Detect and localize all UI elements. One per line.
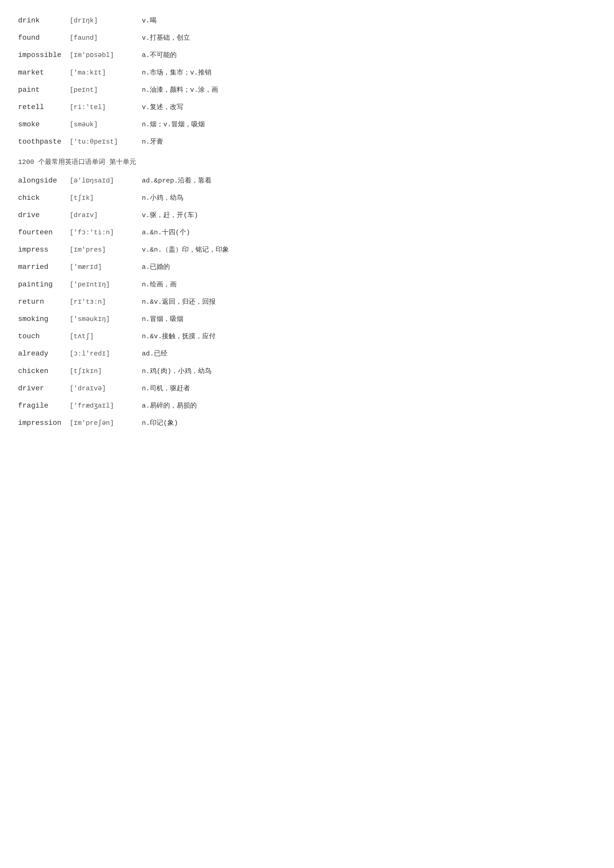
phonetic-label: [ɪm'pɒsəbl] bbox=[70, 51, 142, 60]
section-2: alongside[ə'lɒŋsaɪd]ad.&prep.沿着，靠着chick[… bbox=[18, 175, 596, 428]
table-row: chick[tʃɪk]n.小鸡，幼鸟 bbox=[18, 193, 596, 203]
definition-label: n.印记(象) bbox=[142, 418, 178, 428]
table-row: chicken[tʃɪkɪn]n.鸡(肉)，小鸡，幼鸟 bbox=[18, 366, 596, 376]
table-row: paint[peɪnt]n.油漆，颜料；v.涂，画 bbox=[18, 85, 596, 95]
word-label: painting bbox=[18, 279, 70, 290]
table-row: alongside[ə'lɒŋsaɪd]ad.&prep.沿着，靠着 bbox=[18, 175, 596, 186]
phonetic-label: ['mærɪd] bbox=[70, 262, 142, 272]
phonetic-label: [ɔːl'redɪ] bbox=[70, 349, 142, 358]
table-row: driver['draɪvə]n.司机，驱赶者 bbox=[18, 383, 596, 394]
definition-label: n.绘画，画 bbox=[142, 280, 177, 289]
phonetic-label: ['maːkɪt] bbox=[70, 68, 142, 78]
phonetic-label: [drɪŋk] bbox=[70, 16, 142, 25]
word-label: chick bbox=[18, 193, 70, 203]
table-row: fragile['frædʒaɪl]a.易碎的，易损的 bbox=[18, 401, 596, 411]
word-label: already bbox=[18, 349, 70, 359]
definition-label: ad.&prep.沿着，靠着 bbox=[142, 176, 211, 185]
phonetic-label: [tʌtʃ] bbox=[70, 332, 142, 341]
phonetic-label: ['tuːθpeɪst] bbox=[70, 137, 142, 146]
definition-label: n.牙膏 bbox=[142, 137, 163, 146]
section-divider-title: 1200 个最常用英语口语单词 第十单元 bbox=[18, 157, 596, 166]
word-label: retell bbox=[18, 102, 70, 112]
definition-label: a.不可能的 bbox=[142, 51, 177, 60]
definition-label: n.烟；v.冒烟，吸烟 bbox=[142, 120, 205, 129]
phonetic-label: ['draɪvə] bbox=[70, 384, 142, 393]
definition-label: ad.已经 bbox=[142, 349, 167, 358]
table-row: painting['peɪntɪŋ]n.绘画，画 bbox=[18, 279, 596, 290]
definition-label: n.&v.返回，归还，回报 bbox=[142, 297, 216, 307]
definition-label: a.易碎的，易损的 bbox=[142, 401, 197, 411]
table-row: drive[draɪv]v.驱，赶，开(车) bbox=[18, 210, 596, 220]
phonetic-label: [tʃɪk] bbox=[70, 193, 142, 203]
definition-label: n.小鸡，幼鸟 bbox=[142, 193, 183, 203]
phonetic-label: [riː'tel] bbox=[70, 102, 142, 112]
table-row: impression[ɪm'preʃən]n.印记(象) bbox=[18, 418, 596, 428]
word-label: alongside bbox=[18, 175, 70, 186]
table-row: impress[ɪm'pres]v.&n.（盖）印，铭记，印象 bbox=[18, 245, 596, 255]
word-label: paint bbox=[18, 85, 70, 95]
table-row: fourteen['fɔː'tiːn]a.&n.十四(个) bbox=[18, 227, 596, 237]
table-row: toothpaste['tuːθpeɪst]n.牙膏 bbox=[18, 136, 596, 147]
word-label: drive bbox=[18, 210, 70, 220]
phonetic-label: [faund] bbox=[70, 33, 142, 43]
definition-label: n.司机，驱赶者 bbox=[142, 384, 190, 393]
word-label: driver bbox=[18, 383, 70, 394]
definition-label: v.喝 bbox=[142, 16, 157, 25]
definition-label: v.打基础，创立 bbox=[142, 33, 190, 43]
phonetic-label: ['frædʒaɪl] bbox=[70, 401, 142, 411]
table-row: smoke[sməuk]n.烟；v.冒烟，吸烟 bbox=[18, 119, 596, 129]
table-row: smoking['sməukɪŋ]n.冒烟，吸烟 bbox=[18, 314, 596, 324]
section-1: drink[drɪŋk]v.喝found[faund]v.打基础，创立impos… bbox=[18, 16, 596, 147]
definition-label: n.市场，集市；v.推销 bbox=[142, 68, 211, 78]
definition-label: v.&n.（盖）印，铭记，印象 bbox=[142, 245, 229, 254]
word-label: married bbox=[18, 262, 70, 272]
phonetic-label: [peɪnt] bbox=[70, 85, 142, 95]
definition-label: n.鸡(肉)，小鸡，幼鸟 bbox=[142, 367, 211, 376]
table-row: found[faund]v.打基础，创立 bbox=[18, 33, 596, 43]
definition-label: v.复述，改写 bbox=[142, 102, 183, 112]
definition-label: n.油漆，颜料；v.涂，画 bbox=[142, 85, 218, 95]
word-label: chicken bbox=[18, 366, 70, 376]
word-label: impression bbox=[18, 418, 70, 428]
phonetic-label: [ɪm'preʃən] bbox=[70, 418, 142, 428]
table-row: already[ɔːl'redɪ]ad.已经 bbox=[18, 349, 596, 359]
word-label: return bbox=[18, 297, 70, 307]
phonetic-label: [sməuk] bbox=[70, 120, 142, 129]
table-row: return[rɪ'tɜːn]n.&v.返回，归还，回报 bbox=[18, 297, 596, 307]
word-label: found bbox=[18, 33, 70, 43]
word-label: toothpaste bbox=[18, 136, 70, 147]
table-row: market['maːkɪt]n.市场，集市；v.推销 bbox=[18, 68, 596, 78]
word-label: smoke bbox=[18, 119, 70, 129]
definition-label: a.&n.十四(个) bbox=[142, 228, 190, 237]
table-row: retell[riː'tel]v.复述，改写 bbox=[18, 102, 596, 112]
word-label: impossible bbox=[18, 50, 70, 60]
word-label: market bbox=[18, 68, 70, 78]
phonetic-label: [draɪv] bbox=[70, 211, 142, 220]
table-row: drink[drɪŋk]v.喝 bbox=[18, 16, 596, 26]
phonetic-label: ['sməukɪŋ] bbox=[70, 315, 142, 324]
definition-label: n.&v.接触，抚摸，应付 bbox=[142, 332, 216, 341]
phonetic-label: ['peɪntɪŋ] bbox=[70, 280, 142, 289]
definition-label: n.冒烟，吸烟 bbox=[142, 315, 183, 324]
phonetic-label: [ɪm'pres] bbox=[70, 245, 142, 254]
word-label: touch bbox=[18, 331, 70, 341]
table-row: married['mærɪd]a.已婚的 bbox=[18, 262, 596, 272]
phonetic-label: [ə'lɒŋsaɪd] bbox=[70, 176, 142, 185]
definition-label: v.驱，赶，开(车) bbox=[142, 211, 198, 220]
phonetic-label: [tʃɪkɪn] bbox=[70, 367, 142, 376]
table-row: touch[tʌtʃ]n.&v.接触，抚摸，应付 bbox=[18, 331, 596, 341]
table-row: impossible[ɪm'pɒsəbl]a.不可能的 bbox=[18, 50, 596, 60]
definition-label: a.已婚的 bbox=[142, 262, 170, 272]
word-label: fragile bbox=[18, 401, 70, 411]
word-label: impress bbox=[18, 245, 70, 255]
word-label: drink bbox=[18, 16, 70, 26]
word-label: fourteen bbox=[18, 227, 70, 237]
phonetic-label: ['fɔː'tiːn] bbox=[70, 228, 142, 237]
phonetic-label: [rɪ'tɜːn] bbox=[70, 297, 142, 307]
word-label: smoking bbox=[18, 314, 70, 324]
